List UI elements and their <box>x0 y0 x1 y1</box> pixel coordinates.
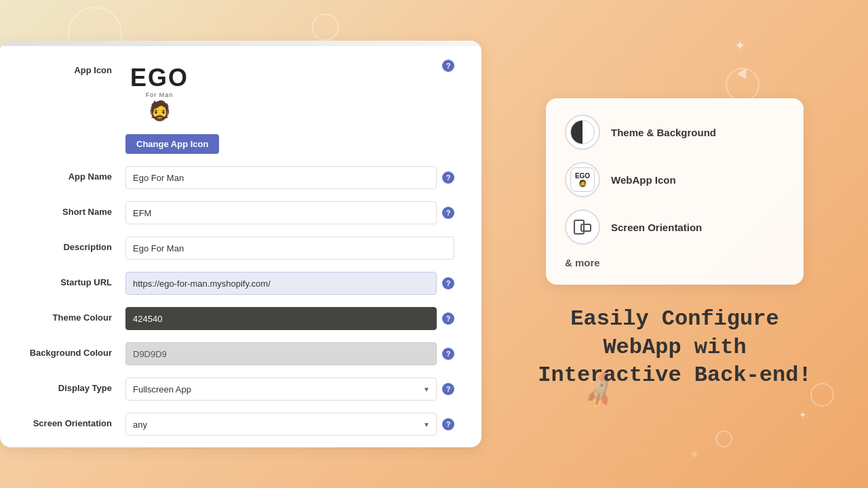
bg-colour-input[interactable] <box>125 342 437 365</box>
feature-item-theme[interactable]: Theme & Background <box>565 115 785 150</box>
display-type-help[interactable]: ? <box>442 383 454 395</box>
short-name-row: Short Name ? <box>27 201 454 224</box>
description-input[interactable] <box>125 237 454 260</box>
display-type-label: Display Type <box>27 378 125 393</box>
beard-icon: 🧔 <box>148 100 172 122</box>
screen-orientation-control: any portrait landscape ▼ ? <box>125 413 454 436</box>
app-icon-section: App Icon EGO For Man 🧔 Change App Icon ? <box>27 60 454 154</box>
display-type-row: Display Type Fullscreen App Standalone B… <box>27 378 454 401</box>
app-name-row: App Name ? <box>27 166 454 189</box>
theme-background-icon <box>570 120 595 144</box>
ego-for-man-text: For Man <box>146 92 174 98</box>
app-name-help[interactable]: ? <box>442 171 454 184</box>
tagline-line2: WebApp with <box>538 333 811 362</box>
startup-url-control: ? <box>125 272 454 295</box>
startup-url-help[interactable]: ? <box>442 277 454 289</box>
bg-colour-row: Background Colour ? <box>27 342 454 365</box>
startup-url-row: Startup URL ? <box>27 272 454 295</box>
app-icon-image: EGO For Man 🧔 <box>125 60 193 127</box>
more-label: & more <box>565 257 785 268</box>
webapp-ego-text: EGO <box>575 173 590 180</box>
tagline: Easily Configure WebApp with Interactive… <box>538 305 811 390</box>
theme-colour-control: ? <box>125 307 454 330</box>
svg-rect-0 <box>574 220 584 234</box>
orientation-icon-wrap <box>565 209 600 245</box>
screen-orientation-select[interactable]: any portrait landscape <box>125 413 437 436</box>
form-panel: App Icon EGO For Man 🧔 Change App Icon ?… <box>0 41 481 447</box>
screen-orientation-help[interactable]: ? <box>442 418 454 430</box>
webapp-beard: 🧔 <box>578 180 587 187</box>
webapp-label: WebApp Icon <box>611 174 676 186</box>
feature-card: Theme & Background EGO 🧔 WebApp Icon <box>546 98 804 285</box>
change-app-icon-button[interactable]: Change App Icon <box>125 134 219 154</box>
bg-colour-control: ? <box>125 342 454 365</box>
screen-orientation-select-wrap: any portrait landscape ▼ <box>125 413 437 436</box>
screen-orientation-label: Screen Orientation <box>27 413 125 428</box>
ego-logo-text: EGO <box>130 66 189 90</box>
orientation-label: Screen Orientation <box>611 222 702 233</box>
deco-circle-2 <box>312 14 339 41</box>
short-name-label: Short Name <box>27 201 125 217</box>
svg-rect-1 <box>581 224 591 231</box>
app-name-label: App Name <box>27 166 125 182</box>
startup-url-label: Startup URL <box>27 272 125 287</box>
short-name-control: ? <box>125 201 454 224</box>
short-name-help[interactable]: ? <box>442 207 454 219</box>
display-type-select-wrap: Fullscreen App Standalone Browser ▼ <box>125 378 437 401</box>
tagline-line1: Easily Configure <box>538 305 811 333</box>
bg-colour-label: Background Colour <box>27 342 125 358</box>
app-name-input[interactable] <box>125 166 437 189</box>
app-name-control: ? <box>125 166 454 189</box>
description-control <box>125 237 454 260</box>
theme-icon-wrap <box>565 115 600 150</box>
display-type-control: Fullscreen App Standalone Browser ▼ ? <box>125 378 454 401</box>
theme-colour-input[interactable] <box>125 307 437 330</box>
feature-item-webapp[interactable]: EGO 🧔 WebApp Icon <box>565 162 785 197</box>
app-icon-help[interactable]: ? <box>442 60 454 72</box>
webapp-icon: EGO 🧔 <box>570 167 595 192</box>
bg-colour-help[interactable]: ? <box>442 348 454 360</box>
webapp-icon-wrap: EGO 🧔 <box>565 162 600 197</box>
app-icon-content: EGO For Man 🧔 Change App Icon <box>125 60 437 154</box>
startup-url-input[interactable] <box>125 272 437 295</box>
tagline-line3: Interactive Back-end! <box>538 361 811 390</box>
short-name-input[interactable] <box>125 201 437 224</box>
theme-colour-help[interactable]: ? <box>442 312 454 325</box>
screen-orientation-row: Screen Orientation any portrait landscap… <box>27 413 454 436</box>
display-type-select[interactable]: Fullscreen App Standalone Browser <box>125 378 437 401</box>
app-icon-label: App Icon <box>27 60 125 75</box>
feature-item-orientation[interactable]: Screen Orientation <box>565 209 785 245</box>
theme-colour-row: Theme Colour ? <box>27 307 454 330</box>
description-row: Description <box>27 237 454 260</box>
screen-orient-icon <box>570 215 595 239</box>
theme-colour-label: Theme Colour <box>27 307 125 323</box>
description-label: Description <box>27 237 125 252</box>
right-panel: Theme & Background EGO 🧔 WebApp Icon <box>481 0 868 488</box>
theme-label: Theme & Background <box>611 127 716 138</box>
form-top-bar <box>0 41 481 46</box>
